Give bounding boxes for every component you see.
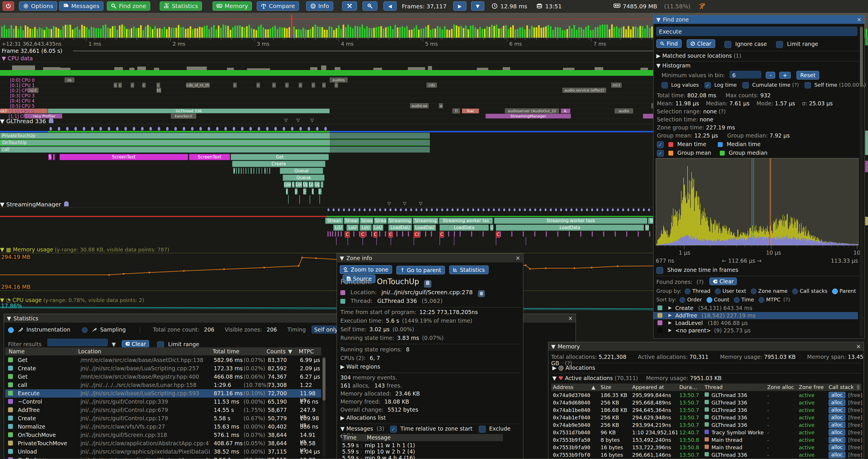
expand-icon[interactable]: ▶ — [669, 320, 672, 325]
cpu-timeline-chip[interactable]: c — [142, 83, 146, 88]
zone-info-titlebar[interactable]: ▼Zone info ✕ — [337, 254, 523, 262]
radio-parent[interactable] — [832, 289, 838, 294]
sample-dot[interactable] — [550, 208, 552, 211]
alloc-callstack-button[interactable]: alloc — [829, 399, 845, 406]
col-message[interactable]: Message — [367, 434, 391, 440]
cpu-timeline-chip[interactable]: c — [118, 83, 122, 88]
alloc-callstack-button[interactable]: alloc — [829, 429, 845, 436]
filter-input[interactable] — [48, 339, 108, 346]
sample-dot[interactable] — [83, 127, 85, 131]
find-zone-titlebar[interactable]: ▼Find zone ✕ — [653, 15, 864, 24]
sample-dot[interactable] — [241, 127, 244, 131]
alloc-callstack-button[interactable]: alloc — [829, 437, 845, 443]
cpu-timeline-chip[interactable]: c — [131, 83, 134, 88]
cpu-timeline-chip[interactable]: A. — [561, 108, 570, 113]
sample-dot[interactable] — [124, 127, 127, 131]
goto-frame-button[interactable]: ▼ — [471, 1, 484, 11]
col-zone-alloc[interactable]: Zone alloc — [767, 384, 794, 390]
sample-dot[interactable] — [519, 208, 521, 211]
col-size[interactable]: Size — [600, 384, 611, 390]
sample-dot[interactable] — [199, 127, 202, 131]
sample-dot[interactable] — [274, 127, 277, 131]
sample-dot[interactable] — [369, 208, 371, 211]
memory-plot-header[interactable]: ▼ ▦ Memory usage (y-range: 30.88 KB, vis… — [0, 246, 169, 253]
alloc-callstack-button[interactable]: alloc — [829, 444, 845, 451]
statistics-button[interactable]: Statistics — [160, 1, 202, 11]
col-call-stack[interactable]: Call stack — [829, 384, 854, 390]
sample-dot[interactable] — [374, 208, 376, 211]
help-icon[interactable]: (?) — [783, 297, 790, 302]
sample-dot[interactable] — [545, 208, 547, 211]
table-row[interactable]: OnRedrawjni/../jni/src/claw/application/… — [5, 456, 321, 459]
sample-dot[interactable] — [622, 208, 624, 211]
copy-clipboard-button[interactable] — [424, 280, 431, 288]
stats-scrollbar[interactable] — [322, 356, 326, 457]
cpu-timeline-chip[interactable]: c — [285, 83, 289, 88]
zone-chip[interactable]: Strea — [374, 218, 387, 224]
message-row[interactable]: 5.59 smip 11 w 1 h 1 (1) — [342, 442, 503, 448]
found-zone-row[interactable]: ▶<no parent>(9) 225.73 µs — [653, 327, 858, 334]
sample-dot[interactable] — [607, 208, 609, 211]
cpu-timeline-chip[interactable]: c — [233, 83, 237, 88]
sample-dot[interactable] — [472, 208, 474, 211]
sample-dot[interactable] — [508, 208, 510, 211]
sample-dot[interactable] — [643, 208, 645, 211]
sample-dot[interactable] — [638, 208, 640, 211]
zone-chip[interactable] — [250, 168, 252, 174]
allocations-toggle[interactable]: ▶ @ Allocations — [552, 365, 595, 371]
clear-button[interactable]: Clear — [687, 39, 715, 48]
table-row[interactable]: 0x74ab1be040186.68 KB294,645,364ns13:50.… — [551, 406, 861, 414]
zone-chip[interactable]: LoU — [373, 225, 383, 231]
cpu-plot-header[interactable]: ▼ ◔ CPU usage (y-range: 0.78%, visible d… — [0, 297, 144, 303]
alloc-callstack-button[interactable]: alloc — [829, 392, 845, 398]
zone-marker-icon[interactable]: ▽ — [297, 118, 300, 123]
zone-chip[interactable]: S — [48, 154, 52, 160]
zone-chip[interactable]: Strear — [344, 218, 359, 224]
zone-chip[interactable]: ( — [286, 188, 288, 195]
sample-dot[interactable] — [421, 208, 423, 211]
sample-dot[interactable] — [149, 127, 152, 131]
cpu-timeline-chip[interactable]: cds — [427, 83, 437, 88]
zone-chip[interactable]: LoU — [360, 225, 372, 231]
sample-dot[interactable] — [116, 127, 119, 131]
decrement-button[interactable]: - — [766, 72, 775, 79]
radio-mtpc[interactable] — [758, 297, 764, 303]
sample-dot[interactable] — [555, 208, 557, 211]
fz-limit-range-checkbox[interactable] — [776, 41, 783, 48]
go-to-parent-button[interactable]: ↑Go to parent — [396, 266, 445, 274]
zone-chip[interactable]: Queue — [283, 174, 324, 181]
info-button[interactable]: Info — [306, 1, 333, 11]
col-appeared[interactable]: Appeared at — [632, 384, 664, 390]
sample-dot[interactable] — [224, 127, 227, 131]
zone-chip[interactable] — [256, 168, 257, 174]
cpu-timeline-chip[interactable]: mi:t — [611, 83, 622, 88]
table-row[interactable]: 0x74a9d37040186.35 KB295,999,844ns13:50.… — [551, 392, 861, 399]
self-time-checkbox[interactable] — [805, 82, 811, 89]
expand-icon[interactable]: ▶ — [669, 328, 672, 333]
help-icon[interactable]: (?) — [719, 108, 726, 114]
zone-chip[interactable]: C — [439, 231, 444, 238]
help-icon[interactable]: (?) — [792, 82, 799, 88]
median-color-swatch[interactable] — [718, 142, 723, 147]
close-icon[interactable]: ✕ — [856, 343, 861, 350]
sample-dot[interactable] — [431, 208, 433, 211]
find-zone-search-input[interactable]: Execute — [656, 27, 857, 36]
cpu-timeline-chip[interactable]: c — [312, 83, 315, 88]
mean-color-swatch[interactable] — [669, 142, 673, 147]
zone-chip[interactable] — [241, 168, 242, 174]
sample-dot[interactable] — [141, 127, 144, 131]
zone-chip[interactable] — [236, 168, 237, 174]
sample-dot[interactable] — [483, 208, 485, 211]
table-row[interactable]: PrivateTouchMovejni/../jni/src/claw/appl… — [5, 439, 321, 448]
zone-marker-icon[interactable]: ▽ — [403, 201, 406, 206]
sample-dot[interactable] — [208, 127, 210, 131]
found-clear-button[interactable]: Clear — [709, 277, 737, 285]
sample-dot[interactable] — [66, 127, 69, 131]
sample-dot[interactable] — [436, 208, 438, 211]
zone-chip[interactable]: Up — [314, 182, 320, 188]
col-total-time[interactable]: Total time — [213, 348, 239, 355]
message-row[interactable]: 5.59 smip 9 w 4 h 4 (16) — [342, 455, 503, 459]
zone-chip[interactable]: Streaming — [388, 218, 412, 224]
close-icon[interactable]: ✕ — [568, 315, 573, 322]
table-row[interactable]: 0x74ab1ef040256 KB294,629,948ns13:50.7GL… — [551, 414, 861, 421]
